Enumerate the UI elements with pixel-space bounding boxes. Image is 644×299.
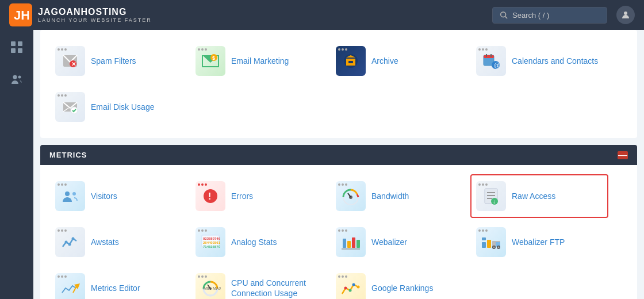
item-raw-access[interactable]: ↓ Raw Access — [470, 174, 608, 218]
item-awstats[interactable]: Awstats — [49, 220, 187, 264]
svg-text:@: @ — [494, 62, 500, 68]
item-archive[interactable]: Archive — [330, 39, 468, 83]
errors-icon-box: ! — [195, 181, 225, 211]
layout: ✕ Spam Filters $ — [0, 30, 644, 299]
item-visitors[interactable]: Visitors — [49, 174, 187, 218]
metrics-editor-label: Metrics Editor — [91, 283, 140, 293]
item-webalizer-ftp[interactable]: Webalizer FTP — [470, 220, 608, 264]
cpu-usage-icon-box: MIN MAX — [195, 273, 225, 299]
svg-text:264402561: 264402561 — [203, 241, 220, 244]
errors-label: Errors — [231, 191, 253, 201]
svg-text:JH: JH — [14, 8, 29, 22]
svg-point-70 — [357, 286, 360, 289]
analog-stats-label: Analog Stats — [231, 237, 277, 247]
svg-rect-16 — [348, 61, 353, 63]
brand-name: JAGOANHOSTING — [38, 7, 126, 17]
svg-point-1 — [501, 12, 506, 17]
svg-rect-22 — [488, 60, 490, 62]
svg-point-3 — [624, 12, 627, 15]
item-analog-stats[interactable]: 023689746 264402561 714536870 Analog Sta… — [190, 220, 328, 264]
email-disk-label: Email Disk Usage — [91, 102, 154, 112]
metrics-minimize-button[interactable]: — — [618, 151, 628, 159]
search-label: Search ( / ) — [512, 11, 549, 20]
raw-access-icon: ↓ — [482, 187, 500, 205]
svg-point-40 — [68, 243, 71, 246]
svg-rect-51 — [482, 237, 486, 240]
svg-text:714536870: 714536870 — [203, 245, 220, 248]
item-calendars-contacts[interactable]: @ Calendars and Contacts — [470, 39, 608, 83]
item-email-disk-usage[interactable]: Email Disk Usage — [49, 85, 187, 129]
raw-access-label: Raw Access — [512, 191, 555, 201]
raw-access-icon-box: ↓ — [476, 181, 506, 211]
google-rankings-label: Google Rankings — [371, 283, 433, 293]
email-marketing-label: Email Marketing — [231, 56, 289, 66]
awstats-label: Awstats — [91, 237, 119, 247]
svg-text:↓: ↓ — [493, 198, 496, 205]
brand-sub: LAUNCH YOUR WEBSITE FASTER — [38, 17, 152, 23]
item-bandwidth[interactable]: Bandwidth — [330, 174, 468, 218]
analog-stats-icon-box: 023689746 264402561 714536870 — [195, 227, 225, 257]
search-box[interactable]: Search ( / ) — [492, 7, 607, 24]
svg-rect-7 — [18, 48, 22, 53]
sidebar-item-users[interactable] — [6, 69, 27, 90]
email-marketing-icon: $ — [201, 53, 220, 69]
archive-icon-box — [336, 46, 366, 76]
email-marketing-icon-box: $ — [195, 46, 225, 76]
svg-point-59 — [498, 247, 500, 248]
search-icon — [500, 11, 508, 19]
item-webalizer[interactable]: Webalizer — [330, 220, 468, 264]
item-spam-filters[interactable]: ✕ Spam Filters — [49, 39, 187, 83]
svg-point-9 — [18, 76, 21, 79]
svg-text:$: $ — [212, 55, 215, 61]
item-google-rankings[interactable]: Google Rankings — [330, 266, 468, 299]
svg-point-8 — [13, 75, 17, 79]
calendars-contacts-label: Calendars and Contacts — [512, 56, 598, 66]
sidebar — [0, 30, 33, 299]
archive-icon — [342, 53, 359, 69]
brand: JH JAGOANHOSTING LAUNCH YOUR WEBSITE FAS… — [9, 3, 152, 26]
bandwidth-icon — [341, 187, 361, 205]
svg-point-66 — [209, 288, 212, 290]
metrics-items-grid: Visitors ! Errors — [49, 174, 628, 299]
item-errors[interactable]: ! Errors — [190, 174, 328, 218]
brand-title: JAGOANHOSTING LAUNCH YOUR WEBSITE FASTER — [38, 7, 152, 23]
email-items-grid: ✕ Spam Filters $ — [49, 39, 628, 129]
item-cpu-usage[interactable]: MIN MAX CPU and Concurrent Connection Us… — [190, 266, 328, 299]
visitors-icon-box — [55, 181, 85, 211]
sidebar-item-grid[interactable] — [6, 37, 27, 57]
visitors-icon — [60, 188, 80, 204]
bandwidth-label: Bandwidth — [371, 191, 409, 201]
user-avatar[interactable] — [616, 6, 635, 24]
webalizer-label: Webalizer — [371, 237, 407, 247]
svg-rect-48 — [352, 237, 355, 248]
svg-text:✕: ✕ — [71, 61, 76, 67]
item-metrics-editor[interactable]: Metrics Editor — [49, 266, 187, 299]
metrics-content: Visitors ! Errors — [40, 165, 637, 299]
svg-text:!: ! — [208, 191, 211, 201]
spam-icon: ✕ — [62, 52, 79, 70]
logo: JH — [9, 3, 32, 26]
svg-rect-52 — [482, 242, 486, 248]
svg-rect-46 — [343, 239, 346, 248]
metrics-editor-icon-box — [55, 273, 85, 299]
svg-rect-4 — [11, 41, 16, 46]
webalizer-ftp-icon-box — [476, 227, 506, 257]
svg-rect-21 — [485, 60, 487, 62]
main-content: ✕ Spam Filters $ — [33, 30, 644, 299]
analog-stats-icon: 023689746 264402561 714536870 — [201, 234, 220, 250]
calendars-contacts-icon-box: @ — [476, 46, 506, 76]
svg-point-41 — [72, 237, 75, 240]
spam-filters-label: Spam Filters — [91, 56, 136, 66]
errors-icon: ! — [202, 187, 219, 205]
navbar: JH JAGOANHOSTING LAUNCH YOUR WEBSITE FAS… — [0, 0, 644, 30]
metrics-title: METRICS — [49, 151, 87, 159]
webalizer-icon-box — [336, 227, 366, 257]
spam-filters-icon-box: ✕ — [55, 46, 85, 76]
bandwidth-icon-box — [336, 181, 366, 211]
item-email-marketing[interactable]: $ Email Marketing — [190, 39, 328, 83]
svg-point-58 — [493, 247, 495, 248]
svg-text:MAX: MAX — [213, 286, 221, 290]
svg-point-26 — [65, 191, 70, 196]
svg-rect-18 — [484, 55, 494, 58]
svg-point-67 — [344, 287, 347, 290]
